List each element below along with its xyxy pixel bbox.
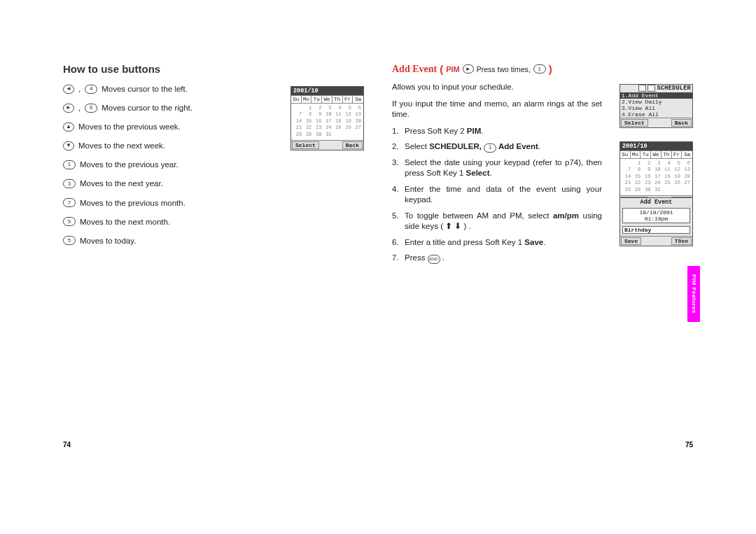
calendar-cell: 28	[622, 187, 631, 193]
step-body: Select SCHEDULER, 1 Add Event.	[405, 141, 602, 153]
calendar-cell: 3	[651, 160, 661, 167]
instruction-text: Moves to the next month.	[80, 216, 170, 227]
step: 7.Press END .	[392, 253, 602, 264]
calendar-cell	[681, 187, 691, 193]
event-date: 10/10/2001	[623, 209, 690, 216]
step-number: 7.	[392, 253, 402, 264]
calendar-cell: 9	[312, 111, 322, 118]
right-arrow-icon: ►	[63, 104, 74, 113]
up-arrow-icon: ▲	[63, 122, 74, 132]
calendar-cell: 23	[312, 125, 322, 131]
calendar-cell: 6	[352, 105, 362, 111]
calendar-cell: 18	[332, 118, 342, 125]
calendar-cell: 19	[671, 174, 681, 180]
phone-screen-calendar: 2001/10 SuMoTuWeThFrSa 12345678910111213…	[290, 86, 364, 150]
step-text: Press Soft Key 2	[405, 127, 467, 135]
calendar-cell: 21	[293, 125, 302, 131]
step-bold: am/pm	[553, 211, 579, 220]
menu-item: 2.View Daily	[620, 99, 692, 105]
softkey-right: T9en	[671, 237, 692, 245]
calendar-cell: 12	[671, 167, 681, 173]
calendar-cell: 23	[641, 180, 651, 186]
day-label: Su	[620, 151, 631, 158]
softkey-bar: Select Back	[291, 140, 363, 150]
step-bold: Save	[524, 238, 543, 246]
calendar-cell: 20	[352, 118, 362, 125]
calendar-cell: 5	[671, 160, 681, 167]
step-body: Press END .	[405, 253, 602, 264]
step: 1.Press Soft Key 2 PIM.	[392, 126, 602, 137]
step-number: 6.	[392, 237, 402, 248]
step-body: Press Soft Key 2 PIM.	[405, 126, 602, 137]
calendar-cell	[671, 187, 681, 193]
calendar-cell: 5	[342, 105, 352, 111]
right-page: Add Event ( PIM ► Press two times, 1 ) A…	[392, 63, 693, 269]
separator: ,	[78, 83, 80, 94]
calendar-cell: 17	[322, 118, 332, 125]
lcd-title: Add Event	[620, 198, 692, 206]
page-spread: How to use buttons ◄, 4 Moves cursor to …	[0, 0, 756, 269]
calendar-cell: 14	[293, 118, 302, 125]
step-text: Enter the time and data of the event usi…	[405, 185, 602, 204]
softkey-right: Back	[342, 141, 363, 149]
step-number: 1.	[392, 126, 402, 137]
down-arrow-icon: ▼	[63, 141, 74, 150]
step-number: 2.	[392, 141, 402, 153]
day-label: Tu	[640, 151, 651, 158]
left-arrow-icon: ◄	[63, 85, 74, 94]
calendar-cell: 29	[302, 132, 312, 138]
right-body: Allows you to input your schedule. If yo…	[392, 82, 602, 264]
nav-right-icon: ►	[463, 64, 474, 73]
event-date-time-box: 10/10/2001 01:10pm	[622, 208, 690, 223]
calendar-cell: 2	[312, 105, 322, 111]
calendar-cell: 24	[322, 125, 332, 131]
instruction-text: Moves to the next week.	[78, 140, 165, 151]
calendar-cell: 4	[662, 160, 671, 167]
step-text: Select the date using your keypad (refer…	[405, 158, 602, 178]
phone-screen-scheduler-menu: SCHEDULER 1.Add Event 2.View Daily 3.Vie…	[620, 84, 693, 128]
page-numbers: 74 75	[0, 441, 756, 449]
lcd-title: 2001/10	[620, 142, 692, 150]
step-number: 4.	[392, 184, 402, 206]
calendar-header: SuMoTuWeThFrSa	[291, 95, 363, 104]
softkey-left: Select	[621, 119, 648, 127]
key-4-icon: 4	[85, 85, 97, 94]
calendar-cell: 15	[631, 174, 641, 180]
key-1-icon: 1	[63, 160, 76, 169]
key-1-icon: 1	[533, 64, 546, 73]
menu-item: 3.View All	[620, 105, 692, 111]
step: 6.Enter a title and press Soft Key 1 Sav…	[392, 237, 602, 248]
instruction-row: 1 Moves to the previous year.	[63, 159, 364, 170]
calendar-cell: 8	[302, 111, 312, 118]
calendar-cell	[293, 105, 302, 111]
day-label: Sa	[682, 151, 692, 158]
calendar-cell: 13	[681, 167, 691, 173]
calendar-cell: 19	[342, 118, 352, 125]
end-key-icon: END	[428, 255, 440, 264]
calendar-cell: 3	[322, 105, 332, 111]
calendar-cell: 1	[302, 105, 312, 111]
calendar-cell: 16	[641, 174, 651, 180]
heading-title: Add Event	[392, 64, 437, 75]
step-text: Enter a title and press Soft Key 1	[405, 238, 524, 246]
key-9-icon: 9	[63, 217, 76, 226]
event-time: 01:10pm	[623, 216, 690, 222]
paren-close: )	[549, 63, 552, 75]
key-1-icon: 1	[484, 143, 496, 153]
calendar-cell	[622, 160, 631, 167]
step-bold: Add Event	[496, 142, 538, 150]
calendar-cell: 31	[322, 132, 332, 138]
step-text: .	[481, 127, 483, 135]
key-3-icon: 3	[63, 179, 76, 188]
softkey-bar: Select Back	[620, 118, 692, 127]
calendar-cell: 6	[681, 160, 691, 167]
calendar-cell: 10	[322, 111, 332, 118]
calendar-cell: 21	[622, 180, 631, 186]
calendar-cell: 14	[622, 174, 631, 180]
calendar-cell: 16	[312, 118, 322, 125]
instruction-text: Moves to today.	[80, 235, 136, 246]
softkey-right: Back	[671, 119, 692, 127]
left-page: How to use buttons ◄, 4 Moves cursor to …	[63, 63, 364, 269]
day-label: Th	[662, 151, 672, 158]
day-label: Fr	[672, 151, 682, 158]
